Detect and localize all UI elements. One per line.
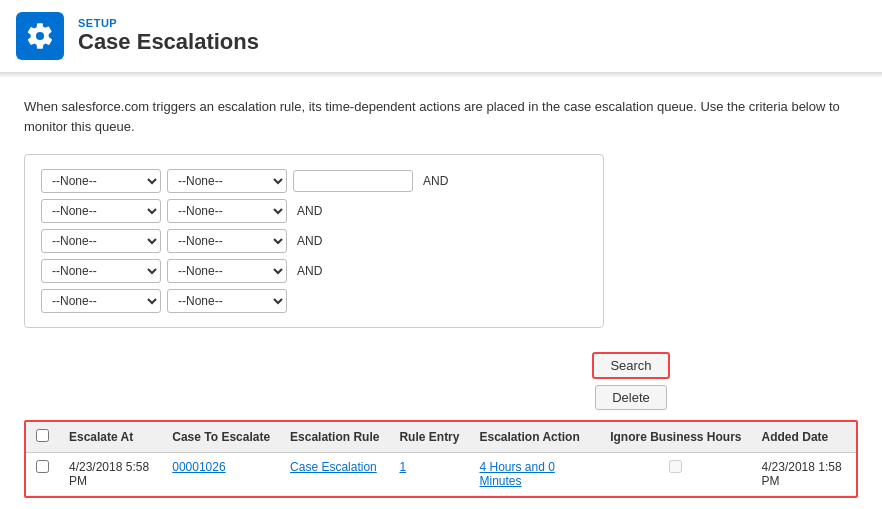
page-title: Case Escalations: [78, 29, 259, 55]
action-buttons: Search Delete: [404, 352, 858, 410]
col-added-date: Added Date: [752, 422, 856, 453]
cell-ignore-hours: [600, 453, 751, 496]
filter-row-2: --None-- --None-- AND: [41, 199, 587, 223]
table-header-row: Escalate At Case To Escalate Escalation …: [26, 422, 856, 453]
ignore-hours-checkbox[interactable]: [669, 460, 682, 473]
select-all-checkbox[interactable]: [36, 429, 49, 442]
filter-row3-and: AND: [297, 234, 322, 248]
filter-row1-and: AND: [423, 174, 448, 188]
col-ignore-business-hours: Ignore Business Hours: [600, 422, 751, 453]
col-checkbox: [26, 422, 59, 453]
cell-added-date: 4/23/2018 1:58 PM: [752, 453, 856, 496]
escalation-rule-link[interactable]: Case Escalation: [290, 460, 377, 474]
filter-row1-select2[interactable]: --None--: [167, 169, 287, 193]
main-content: When salesforce.com triggers an escalati…: [0, 77, 882, 509]
table-row: 4/23/2018 5:58 PM 00001026 Case Escalati…: [26, 453, 856, 496]
filter-row-3: --None-- --None-- AND: [41, 229, 587, 253]
col-rule-entry: Rule Entry: [389, 422, 469, 453]
filter-row1-select1[interactable]: --None--: [41, 169, 161, 193]
row-checkbox[interactable]: [36, 460, 49, 473]
filter-row2-select2[interactable]: --None--: [167, 199, 287, 223]
delete-button[interactable]: Delete: [595, 385, 667, 410]
filter-row3-select2[interactable]: --None--: [167, 229, 287, 253]
header-text-block: SETUP Case Escalations: [78, 17, 259, 55]
row-checkbox-cell: [26, 453, 59, 496]
col-escalation-rule: Escalation Rule: [280, 422, 389, 453]
col-escalate-at: Escalate At: [59, 422, 162, 453]
page-header: SETUP Case Escalations: [0, 0, 882, 73]
results-table-wrapper: Escalate At Case To Escalate Escalation …: [24, 420, 858, 498]
filter-row1-input[interactable]: [293, 170, 413, 192]
filter-row2-and: AND: [297, 204, 322, 218]
case-link[interactable]: 00001026: [172, 460, 225, 474]
filter-row-4: --None-- --None-- AND: [41, 259, 587, 283]
search-button[interactable]: Search: [592, 352, 669, 379]
cell-rule-entry: 1: [389, 453, 469, 496]
filter-row2-select1[interactable]: --None--: [41, 199, 161, 223]
page-description: When salesforce.com triggers an escalati…: [24, 97, 858, 136]
rule-entry-link[interactable]: 1: [399, 460, 406, 474]
col-case-to-escalate: Case To Escalate: [162, 422, 280, 453]
filter-row-1: --None-- --None-- AND: [41, 169, 587, 193]
filter-row4-select2[interactable]: --None--: [167, 259, 287, 283]
filter-row4-select1[interactable]: --None--: [41, 259, 161, 283]
setup-label: SETUP: [78, 17, 259, 29]
filter-row-5: --None-- --None--: [41, 289, 587, 313]
cell-escalate-at: 4/23/2018 5:58 PM: [59, 453, 162, 496]
cell-escalation-rule: Case Escalation: [280, 453, 389, 496]
filter-box: --None-- --None-- AND --None-- --None-- …: [24, 154, 604, 328]
cell-escalation-action: 4 Hours and 0 Minutes: [469, 453, 600, 496]
filter-row5-select2[interactable]: --None--: [167, 289, 287, 313]
escalation-action-link[interactable]: 4 Hours and 0 Minutes: [479, 460, 554, 488]
col-escalation-action: Escalation Action: [469, 422, 600, 453]
filter-row5-select1[interactable]: --None--: [41, 289, 161, 313]
filter-row3-select1[interactable]: --None--: [41, 229, 161, 253]
cell-case-to-escalate: 00001026: [162, 453, 280, 496]
setup-icon: [16, 12, 64, 60]
filter-row4-and: AND: [297, 264, 322, 278]
results-table: Escalate At Case To Escalate Escalation …: [26, 422, 856, 496]
